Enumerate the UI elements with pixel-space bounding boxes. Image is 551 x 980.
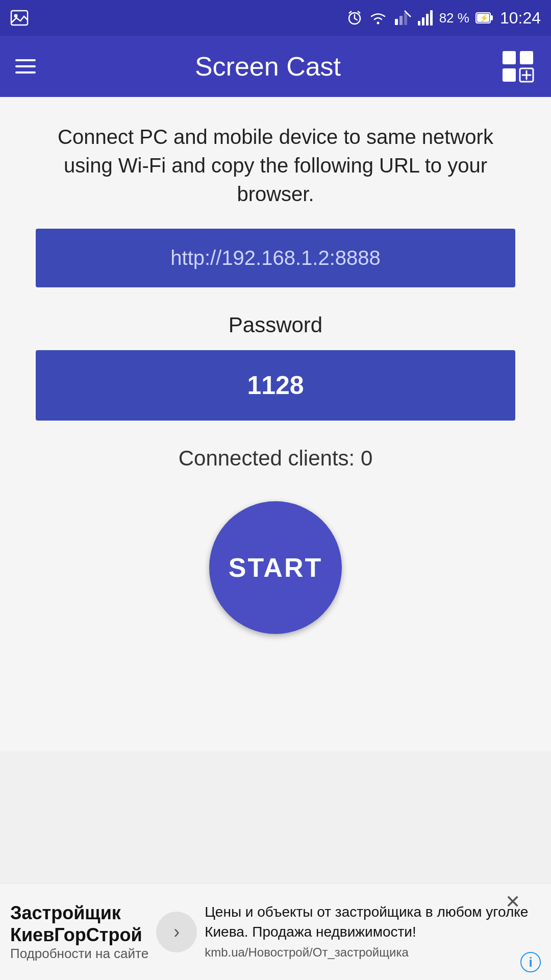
svg-rect-8 bbox=[395, 19, 398, 25]
main-content: Connect PC and mobile device to same net… bbox=[0, 97, 551, 751]
svg-rect-9 bbox=[399, 16, 403, 25]
info-icon: i bbox=[529, 954, 532, 970]
ad-right-text: Цены и объекты от застройщика в любом уг… bbox=[205, 902, 541, 962]
status-bar-right: 82 % ⚡ 10:24 bbox=[346, 9, 541, 28]
ad-info-button[interactable]: i bbox=[520, 952, 541, 972]
start-button[interactable]: START bbox=[209, 501, 342, 634]
svg-rect-21 bbox=[520, 51, 533, 64]
svg-text:⚡: ⚡ bbox=[480, 14, 489, 22]
svg-rect-20 bbox=[503, 51, 516, 64]
password-value: 1128 bbox=[247, 371, 304, 400]
svg-line-5 bbox=[349, 11, 352, 13]
menu-button[interactable] bbox=[15, 59, 36, 74]
svg-line-4 bbox=[355, 18, 357, 20]
instruction-text: Connect PC and mobile device to same net… bbox=[46, 122, 505, 208]
url-box[interactable]: http://192.168.1.2:8888 bbox=[36, 229, 515, 287]
battery-icon: ⚡ bbox=[475, 11, 494, 25]
app-title: Screen Cast bbox=[195, 51, 341, 82]
svg-rect-12 bbox=[418, 21, 420, 26]
ad-subtitle: Подробности на сайте bbox=[10, 946, 148, 962]
time: 10:24 bbox=[500, 9, 541, 28]
svg-rect-10 bbox=[404, 13, 407, 25]
ad-company-line1: Застройщик КиевГорСтрой bbox=[10, 902, 148, 946]
arrow-icon: › bbox=[173, 921, 180, 943]
password-label: Password bbox=[229, 313, 322, 337]
svg-point-1 bbox=[14, 14, 18, 18]
svg-line-6 bbox=[358, 11, 360, 13]
grid-add-button[interactable] bbox=[500, 48, 536, 84]
ad-arrow-button[interactable]: › bbox=[156, 912, 197, 952]
status-bar-left bbox=[10, 9, 29, 27]
ad-banner: Застройщик КиевГорСтрой Подробности на с… bbox=[0, 883, 551, 980]
url-value: http://192.168.1.2:8888 bbox=[170, 247, 380, 269]
password-box[interactable]: 1128 bbox=[36, 350, 515, 421]
status-bar: 82 % ⚡ 10:24 bbox=[0, 0, 551, 36]
start-button-label: START bbox=[229, 552, 322, 583]
ad-company-info: Застройщик КиевГорСтрой Подробности на с… bbox=[10, 902, 148, 962]
app-bar: Screen Cast bbox=[0, 36, 551, 97]
alarm-icon bbox=[346, 10, 363, 26]
wifi-icon bbox=[369, 10, 387, 26]
ad-close-button[interactable]: ✕ bbox=[505, 891, 520, 913]
svg-point-7 bbox=[377, 22, 379, 24]
battery-percent: 82 % bbox=[439, 10, 469, 26]
svg-rect-15 bbox=[430, 10, 433, 26]
svg-rect-14 bbox=[426, 14, 429, 26]
svg-rect-13 bbox=[422, 17, 424, 26]
image-icon bbox=[10, 9, 29, 27]
svg-rect-22 bbox=[503, 68, 516, 82]
signal-icon bbox=[418, 10, 433, 26]
connected-clients-text: Connected clients: 0 bbox=[179, 446, 373, 471]
signal-crossed-icon bbox=[393, 10, 412, 26]
svg-rect-18 bbox=[490, 15, 493, 20]
